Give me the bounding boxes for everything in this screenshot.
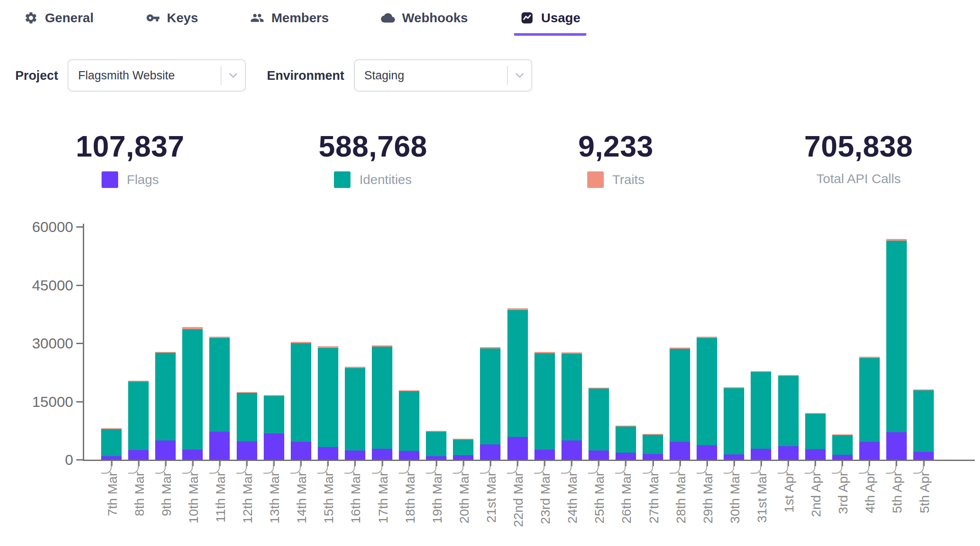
bar-stack-26th-mar[interactable] <box>616 426 636 460</box>
bar-segment-identities <box>345 368 365 450</box>
cloud-icon <box>381 11 395 25</box>
bar-segment-identities <box>832 435 853 455</box>
flags-count: 107,837 <box>76 130 184 163</box>
bar-stack-1st-apr[interactable] <box>778 375 799 460</box>
bar-segment-flags <box>453 455 473 460</box>
bar-segment-flags <box>155 440 176 460</box>
x-axis-label: 25th Mar <box>592 472 607 542</box>
y-axis-label: 0 <box>25 451 73 468</box>
bar-stack-10th-mar[interactable] <box>182 327 203 460</box>
traits-legend-swatch <box>587 171 604 188</box>
x-axis-label: 13th Mar <box>267 472 282 542</box>
bar-segment-identities <box>426 432 446 456</box>
bar-segment-identities <box>209 338 230 432</box>
total-api-calls-count: 705,838 <box>804 130 913 163</box>
bar-stack-21st-mar[interactable] <box>480 347 500 460</box>
x-axis <box>83 460 975 461</box>
bar-stack-7th-mar[interactable] <box>101 428 122 460</box>
bar-segment-flags <box>264 433 284 460</box>
tab-members[interactable]: Members <box>244 10 335 36</box>
bar-segment-flags <box>589 450 609 460</box>
bar-segment-identities <box>480 348 500 444</box>
x-axis-label: 26th Mar <box>619 472 634 542</box>
bar-stack-12th-mar[interactable] <box>237 392 257 460</box>
bar-stack-5th-apr[interactable] <box>913 389 934 460</box>
gear-icon <box>24 11 38 25</box>
bar-stack-25th-mar[interactable] <box>589 388 609 460</box>
bar-stack-28th-mar[interactable] <box>670 348 690 460</box>
bar-segment-identities <box>534 353 555 450</box>
bar-stack-23rd-mar[interactable] <box>534 352 555 460</box>
x-axis-label: 28th Mar <box>674 472 688 542</box>
x-axis-label: 16th Mar <box>348 472 363 542</box>
bar-stack-27th-mar[interactable] <box>643 434 663 460</box>
bar-segment-identities <box>670 349 690 442</box>
bar-stack-17th-mar[interactable] <box>372 345 392 460</box>
bar-stack-2nd-apr[interactable] <box>805 413 826 460</box>
bar-segment-identities <box>507 310 528 437</box>
bar-segment-identities <box>291 343 311 442</box>
bar-stack-24th-mar[interactable] <box>561 352 582 460</box>
bar-segment-flags <box>561 440 582 460</box>
bar-segment-flags <box>643 454 663 460</box>
bar-segment-identities <box>399 391 419 451</box>
tab-general[interactable]: General <box>18 10 100 36</box>
bar-stack-8th-mar[interactable] <box>128 381 149 460</box>
total-api-calls-label: Total API Calls <box>817 171 901 186</box>
bar-stack-5th-apr[interactable] <box>886 239 907 460</box>
chevron-down-icon <box>508 69 531 82</box>
x-axis-label: 22nd Mar <box>511 472 526 542</box>
bar-stack-16th-mar[interactable] <box>345 367 365 460</box>
bar-stack-22nd-mar[interactable] <box>507 308 528 460</box>
bar-stack-11th-mar[interactable] <box>209 337 230 460</box>
x-axis-label: 3rd Apr <box>836 472 851 542</box>
bar-segment-identities <box>643 435 663 454</box>
bar-stack-15th-mar[interactable] <box>318 346 338 460</box>
bar-segment-flags <box>291 442 311 460</box>
bar-segment-flags <box>859 442 880 460</box>
members-icon <box>250 11 264 25</box>
project-select[interactable]: Flagsmith Website <box>68 59 246 92</box>
bar-segment-identities <box>859 358 880 442</box>
y-axis-label: 45000 <box>25 276 73 293</box>
bar-segment-flags <box>507 437 528 460</box>
bar-segment-identities <box>453 440 473 455</box>
key-icon <box>146 11 160 25</box>
bar-stack-4th-apr[interactable] <box>859 357 880 460</box>
bar-segment-identities <box>182 329 203 450</box>
tab-label: General <box>45 10 94 25</box>
environment-select[interactable]: Staging <box>354 59 532 92</box>
project-label: Project <box>15 68 58 83</box>
bar-segment-identities <box>778 376 799 446</box>
bar-segment-flags <box>372 449 392 460</box>
bar-stack-9th-mar[interactable] <box>155 352 176 460</box>
bar-segment-flags <box>616 453 636 460</box>
bar-stack-13th-mar[interactable] <box>264 395 284 460</box>
bar-segment-flags <box>399 451 419 460</box>
tab-webhooks[interactable]: Webhooks <box>375 10 474 36</box>
bar-segment-identities <box>318 348 338 447</box>
tab-usage[interactable]: Usage <box>514 10 586 36</box>
x-axis-label: 10th Mar <box>186 472 201 542</box>
bar-stack-31st-mar[interactable] <box>751 371 771 460</box>
x-axis-label: 12th Mar <box>240 472 255 542</box>
bar-segment-identities <box>616 427 636 453</box>
environment-select-value: Staging <box>355 69 507 82</box>
tab-label: Keys <box>167 10 198 25</box>
bar-stack-14th-mar[interactable] <box>291 342 311 460</box>
bar-stack-30th-mar[interactable] <box>724 387 744 460</box>
bar-stack-18th-mar[interactable] <box>399 390 419 460</box>
bar-segment-flags <box>345 450 365 460</box>
x-axis-label: 5th Apr <box>917 472 932 542</box>
tab-keys[interactable]: Keys <box>140 10 204 36</box>
bar-stack-19th-mar[interactable] <box>426 431 446 460</box>
bar-stack-29th-mar[interactable] <box>697 337 717 460</box>
x-axis-label: 19th Mar <box>430 472 445 542</box>
bar-stack-20th-mar[interactable] <box>453 439 473 460</box>
bar-segment-flags <box>534 450 555 460</box>
bar-segment-flags <box>832 455 853 460</box>
bar-stack-3rd-apr[interactable] <box>832 434 853 460</box>
x-axis-label: 9th Mar <box>159 472 174 542</box>
usage-page: General Keys Members Webhooks Usage <box>0 0 980 546</box>
usage-stats: 107,837 Flags 588,768 Identities 9,233 T… <box>9 130 980 188</box>
